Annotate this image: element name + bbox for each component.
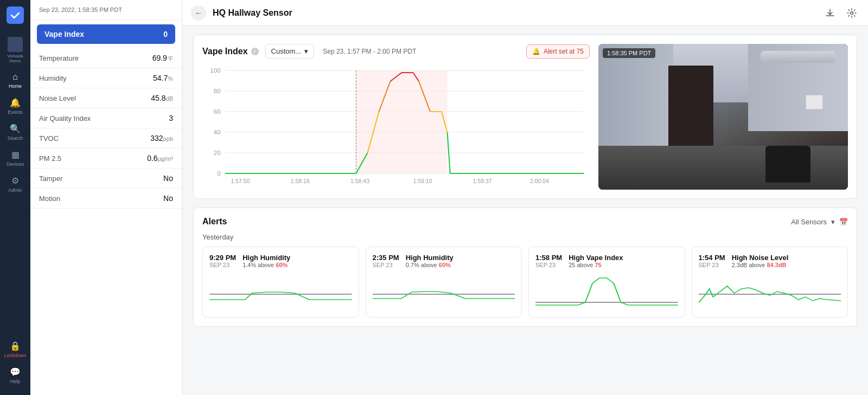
- svg-point-0: [851, 11, 853, 14]
- cam-duct: [761, 51, 835, 63]
- admin-icon: ⚙: [11, 176, 19, 186]
- metric-air-quality: Air Quality Index 3: [30, 108, 182, 128]
- sensor-panel: Sep 23, 2022, 1:58:35 PM PDT Vape Index …: [30, 0, 182, 395]
- chevron-down-icon: ▾: [831, 218, 835, 226]
- alert-card-1[interactable]: 2:35 PM SEP 23 High Humidity 0.7% above …: [366, 247, 522, 318]
- alert-card-3-top: 1:54 PM SEP 23 High Noise Level 2.3dB ab…: [699, 254, 841, 268]
- sidebar-item-events[interactable]: 🔔 Events: [0, 93, 30, 119]
- sensor-timestamp: Sep 23, 2022, 1:58:35 PM PDT: [30, 0, 182, 20]
- metric-motion: Motion No: [30, 189, 182, 209]
- svg-text:1:58:43: 1:58:43: [350, 178, 369, 184]
- svg-text:1:59:10: 1:59:10: [413, 178, 432, 184]
- alert-card-1-top: 2:35 PM SEP 23 High Humidity 0.7% above …: [373, 254, 515, 268]
- alert-2-info: High Vape Index 25 above 75: [569, 254, 678, 268]
- alerts-section: Alerts All Sensors ▾ 📅 Yesterday 9:29 PM…: [193, 208, 857, 327]
- alert-2-time-block: 1:58 PM SEP 23: [535, 254, 562, 268]
- camera-image: [598, 44, 848, 190]
- metric-tvoc: TVOC 332ppb: [30, 128, 182, 148]
- alert-0-chart: [209, 273, 352, 310]
- topbar-icons: [822, 5, 859, 21]
- calendar-icon: 📅: [839, 218, 848, 226]
- alerts-filter[interactable]: All Sensors ▾ 📅: [791, 218, 848, 226]
- alert-card-2[interactable]: 1:58 PM SEP 23 High Vape Index 25 above …: [528, 247, 685, 318]
- alert-0-info: High Humidity 1.4% above 60%: [242, 254, 352, 268]
- back-button[interactable]: ←: [191, 5, 206, 21]
- alert-card-0-top: 9:29 PM SEP 23 High Humidity 1.4% above …: [209, 254, 352, 268]
- metric-tamper: Tamper No: [30, 169, 182, 189]
- topbar: ← HQ Hallway Sensor: [182, 0, 868, 26]
- svg-rect-13: [356, 70, 448, 173]
- bell-alert-icon: 🔔: [532, 48, 540, 55]
- chart-header: Vape Index i Custom... ▾ Sep 23, 1:57 PM…: [202, 44, 590, 59]
- alert-3-time-block: 1:54 PM SEP 23: [699, 254, 725, 268]
- svg-text:60: 60: [214, 108, 221, 115]
- chart-left: Vape Index i Custom... ▾ Sep 23, 1:57 PM…: [202, 44, 590, 190]
- camera-timestamp: 1:58:35 PM PDT: [603, 48, 655, 58]
- page-title: HQ Hallway Sensor: [213, 8, 816, 18]
- metric-noise-level: Noise Level 45.8dB: [30, 88, 182, 108]
- alert-3-chart: [699, 273, 841, 310]
- nav-logo[interactable]: [7, 7, 24, 24]
- bell-icon: 🔔: [10, 98, 21, 108]
- alerts-title: Alerts: [202, 217, 227, 226]
- svg-text:20: 20: [214, 150, 221, 156]
- svg-text:80: 80: [214, 88, 221, 94]
- search-icon: 🔍: [10, 124, 21, 134]
- alerts-date: Yesterday: [202, 233, 848, 241]
- alert-1-time-block: 2:35 PM SEP 23: [373, 254, 399, 268]
- alert-1-chart: [373, 273, 515, 310]
- alerts-header: Alerts All Sensors ▾ 📅: [202, 217, 848, 226]
- cam-bag: [765, 146, 810, 182]
- cam-floor: [598, 146, 848, 190]
- metric-pm25: PM 2.5 0.6μg/m³: [30, 148, 182, 169]
- alert-card-2-top: 1:58 PM SEP 23 High Vape Index 25 above …: [535, 254, 678, 268]
- svg-text:40: 40: [214, 129, 221, 135]
- chevron-down-icon: ▾: [304, 47, 308, 55]
- cam-device: [806, 95, 823, 109]
- chart-section: Vape Index i Custom... ▾ Sep 23, 1:57 PM…: [193, 35, 857, 199]
- alert-3-info: High Noise Level 2.3dB above 84.3dB: [732, 254, 841, 268]
- sidebar-item-home[interactable]: ⌂ Home: [0, 68, 30, 93]
- sidebar-item-help[interactable]: 💬 Help: [0, 362, 30, 388]
- svg-text:1:58:16: 1:58:16: [291, 178, 310, 184]
- metric-temperature: Temperature 69.9°F: [30, 48, 182, 68]
- alert-badge[interactable]: 🔔 Alert set at 75: [526, 44, 590, 59]
- svg-text:100: 100: [210, 67, 220, 74]
- alerts-cards: 9:29 PM SEP 23 High Humidity 1.4% above …: [202, 247, 848, 318]
- chart-title: Vape Index i: [202, 47, 259, 56]
- nav-sidebar: Verkada Demo ⌂ Home 🔔 Events 🔍 Search ▦ …: [0, 0, 30, 395]
- alert-card-0[interactable]: 9:29 PM SEP 23 High Humidity 1.4% above …: [202, 247, 359, 318]
- chart-timerange: Sep 23, 1:57 PM - 2:00 PM PDT: [323, 48, 416, 55]
- main-content: ← HQ Hallway Sensor Vape Inde: [182, 0, 868, 395]
- home-icon: ⌂: [12, 72, 18, 82]
- settings-button[interactable]: [844, 5, 859, 21]
- devices-icon: ▦: [11, 150, 20, 160]
- alert-card-3[interactable]: 1:54 PM SEP 23 High Noise Level 2.3dB ab…: [692, 247, 848, 318]
- info-icon[interactable]: i: [251, 48, 259, 55]
- alert-2-chart: [535, 273, 678, 310]
- metric-humidity: Humidity 54.7%: [30, 68, 182, 88]
- svg-text:1:59:37: 1:59:37: [473, 178, 492, 184]
- chart-container: 100 80 60 40 20 0: [202, 65, 590, 190]
- sidebar-item-search[interactable]: 🔍 Search: [0, 119, 30, 145]
- content-area: Vape Index i Custom... ▾ Sep 23, 1:57 PM…: [182, 26, 868, 395]
- time-range-dropdown[interactable]: Custom... ▾: [265, 44, 315, 59]
- sidebar-item-devices[interactable]: ▦ Devices: [0, 145, 30, 171]
- chart-svg: 100 80 60 40 20 0: [202, 65, 590, 190]
- svg-text:2:00:04: 2:00:04: [530, 178, 549, 184]
- chat-icon: 💬: [10, 367, 21, 377]
- lock-icon: 🔒: [10, 341, 21, 351]
- alert-0-time-block: 9:29 PM SEP 23: [209, 254, 236, 268]
- camera-feed: 1:58:35 PM PDT: [598, 44, 848, 190]
- vape-index-button[interactable]: Vape Index 0: [37, 24, 175, 44]
- sidebar-item-admin[interactable]: ⚙ Admin: [0, 171, 30, 197]
- sidebar-item-lockdown[interactable]: 🔒 Lockdown: [0, 336, 30, 362]
- download-button[interactable]: [822, 5, 838, 21]
- svg-text:0: 0: [217, 170, 220, 177]
- svg-text:1:57:50: 1:57:50: [231, 178, 250, 184]
- nav-org: Verkada Demo: [0, 33, 30, 68]
- alert-1-info: High Humidity 0.7% above 60%: [406, 254, 515, 268]
